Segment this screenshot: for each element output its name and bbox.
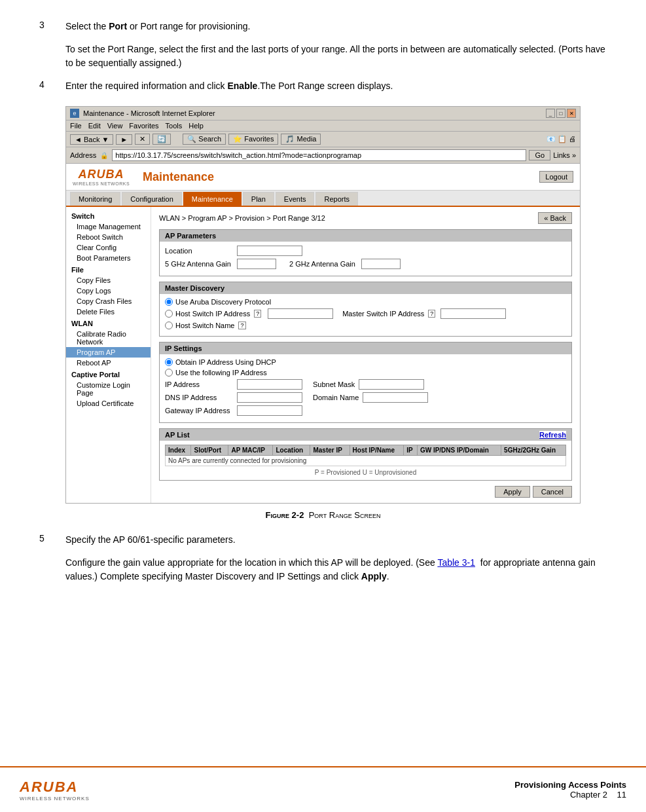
sidebar-item-program-ap[interactable]: Program AP	[66, 347, 151, 358]
discovery-host-ip-label: Host Switch IP Address	[175, 310, 250, 318]
discovery-host-name-radio[interactable]	[165, 322, 173, 329]
sidebar-item-upload-cert[interactable]: Upload Certificate	[66, 398, 151, 409]
discovery-aruba-radio[interactable]	[165, 298, 173, 306]
master-discovery-section: Master Discovery Use Aruba Discovery Pro…	[159, 282, 572, 337]
sidebar-item-reboot-ap[interactable]: Reboot AP	[66, 358, 151, 368]
gain2-input[interactable]	[361, 259, 401, 269]
host-name-help-icon[interactable]: ?	[238, 322, 245, 329]
subnet-mask-input[interactable]	[359, 379, 424, 390]
discovery-host-ip-radio[interactable]	[165, 310, 173, 318]
master-discovery-body: Use Aruba Discovery Protocol Host Switch…	[160, 294, 571, 336]
step-4-text: Enter the required information and click…	[65, 79, 607, 93]
location-label: Location	[165, 247, 237, 255]
ap-list-legend: P = Provisioned U = Unprovisioned	[165, 469, 566, 476]
sidebar-item-delete-files[interactable]: Delete Files	[66, 306, 151, 317]
tab-monitoring[interactable]: Monitoring	[70, 192, 120, 206]
sidebar-item-copy-logs[interactable]: Copy Logs	[66, 286, 151, 296]
dns-ip-input[interactable]	[237, 392, 302, 403]
minimize-button[interactable]: _	[546, 109, 555, 118]
logout-button[interactable]: Logout	[539, 171, 573, 183]
menu-tools[interactable]: Tools	[166, 122, 183, 130]
breadcrumb-text: WLAN > Program AP > Provision > Port Ran…	[159, 214, 325, 222]
col-ip: IP	[404, 445, 418, 456]
address-label: Address	[70, 151, 96, 159]
menu-favorites[interactable]: Favorites	[129, 122, 158, 130]
sidebar-item-customize-login[interactable]: Customize Login Page	[66, 380, 151, 398]
ap-list-header: AP List Refresh	[160, 429, 571, 441]
cancel-button[interactable]: Cancel	[533, 486, 572, 498]
ap-parameters-section: AP Parameters Location 5 GHz Antenna Gai…	[159, 229, 572, 276]
page-footer: ARUBA WIRELESS NETWORKS Provisioning Acc…	[0, 766, 646, 812]
tab-plan[interactable]: Plan	[243, 192, 274, 206]
maximize-button[interactable]: □	[556, 109, 565, 118]
sidebar-section-captive-portal: Captive Portal	[66, 368, 151, 380]
ap-list-refresh-button[interactable]: Refresh	[539, 431, 566, 439]
sidebar-section-file: File	[66, 263, 151, 275]
browser-icon: e	[70, 109, 79, 118]
ip-address-input[interactable]	[237, 379, 302, 390]
menu-edit[interactable]: Edit	[88, 122, 101, 130]
close-button[interactable]: ✕	[567, 109, 576, 118]
refresh-browser-button[interactable]: 🔄	[153, 134, 171, 145]
master-discovery-header: Master Discovery	[160, 282, 571, 294]
step-5-subpara: Configure the gain value appropriate for…	[65, 556, 607, 583]
sidebar-item-copy-crash-files[interactable]: Copy Crash Files	[66, 296, 151, 306]
back-button-breadcrumb[interactable]: « Back	[538, 212, 572, 224]
domain-name-input[interactable]	[363, 392, 428, 403]
tab-reports[interactable]: Reports	[315, 192, 358, 206]
ap-parameters-body: Location 5 GHz Antenna Gain 2 GHz Antenn…	[160, 242, 571, 276]
col-host-ip-name: Host IP/Name	[350, 445, 404, 456]
ip-dhcp-radio[interactable]	[165, 358, 173, 366]
menu-file[interactable]: File	[70, 122, 82, 130]
host-switch-ip-input[interactable]	[268, 308, 333, 319]
gain5-input[interactable]	[237, 259, 276, 269]
ap-parameters-header: AP Parameters	[160, 230, 571, 242]
footer-page-info: Chapter 2 11	[514, 790, 626, 800]
sidebar-item-clear-config[interactable]: Clear Config	[66, 242, 151, 253]
app-header: ARUBA WIRELESS NETWORKS Maintenance Logo…	[66, 164, 580, 191]
search-button[interactable]: 🔍 Search	[183, 134, 226, 145]
tab-configuration[interactable]: Configuration	[122, 192, 181, 206]
gateway-ip-label: Gateway IP Address	[165, 407, 237, 415]
links-label: Links »	[553, 151, 576, 159]
location-input[interactable]	[237, 246, 302, 256]
menu-view[interactable]: View	[107, 122, 123, 130]
sidebar-item-copy-files[interactable]: Copy Files	[66, 275, 151, 286]
gateway-ip-input[interactable]	[237, 405, 302, 416]
media-button[interactable]: 🎵 Media	[281, 134, 321, 145]
address-input[interactable]	[112, 149, 526, 161]
col-gw-dns: GW IP/DNS IP/Domain	[417, 445, 501, 456]
forward-button[interactable]: ►	[116, 134, 132, 145]
main-panel: WLAN > Program AP > Provision > Port Ran…	[151, 207, 580, 503]
tab-maintenance[interactable]: Maintenance	[183, 192, 242, 206]
apply-button[interactable]: Apply	[495, 486, 530, 498]
ap-list-section: AP List Refresh Index Slot/Port	[159, 428, 572, 481]
ip-dhcp-label: Obtain IP Address Using DHCP	[175, 358, 276, 366]
go-button[interactable]: Go	[529, 150, 550, 160]
step-5-text: Specify the AP 60/61-specific parameters…	[65, 533, 607, 547]
sidebar-item-calibrate-radio[interactable]: Calibrate Radio Network	[66, 329, 151, 347]
app-title: Maintenance	[143, 170, 214, 184]
screenshot-container: e Maintenance - Microsoft Internet Explo…	[65, 106, 581, 504]
ip-address-label: IP Address	[165, 380, 237, 388]
host-ip-help-icon[interactable]: ?	[254, 310, 261, 318]
sidebar-item-boot-parameters[interactable]: Boot Parameters	[66, 253, 151, 263]
toolbar-icons: 📧 📋 🖨	[547, 135, 576, 143]
menu-help[interactable]: Help	[188, 122, 204, 130]
stop-button[interactable]: ✕	[135, 134, 150, 145]
ip-static-radio[interactable]	[165, 369, 173, 377]
col-slot-port: Slot/Port	[191, 445, 228, 456]
sidebar-item-reboot-switch[interactable]: Reboot Switch	[66, 232, 151, 242]
ap-table: Index Slot/Port AP MAC/IP Location Maste…	[165, 445, 566, 466]
browser-title: Maintenance - Microsoft Internet Explore…	[83, 109, 215, 117]
back-button[interactable]: ◄ Back ▼	[70, 134, 113, 145]
master-switch-ip-input[interactable]	[440, 308, 506, 319]
figure-title: Port Range Screen	[309, 510, 381, 520]
step-5-bold-apply: Apply	[361, 571, 387, 581]
master-ip-help-icon[interactable]: ?	[428, 310, 435, 318]
sidebar-item-image-management[interactable]: Image Management	[66, 221, 151, 232]
footer-logo: ARUBA WIRELESS NETWORKS	[20, 779, 90, 802]
tab-events[interactable]: Events	[276, 192, 315, 206]
table-3-1-link[interactable]: Table 3-1	[437, 557, 475, 568]
favorites-button[interactable]: ⭐ Favorites	[228, 134, 278, 145]
